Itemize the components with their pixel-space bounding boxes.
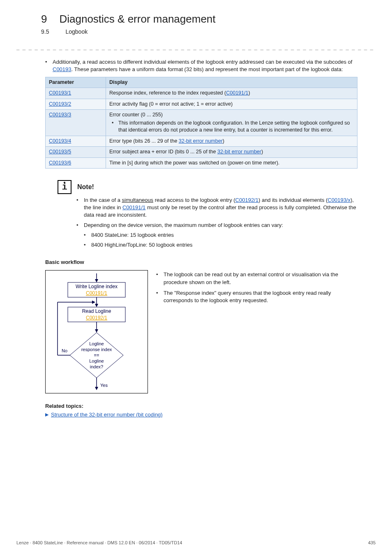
workflow-right-2-text: The "Response index" query ensures that …	[164, 289, 357, 304]
workflow-row: Write Logline index C00191/1 Read Loglin…	[45, 270, 357, 393]
wf-box2-l1: Read Logline	[82, 308, 111, 314]
note-bullet-2: • Depending on the device version, the m…	[76, 222, 357, 229]
wf-diamond-l5: index?	[90, 364, 103, 369]
svg-marker-15	[95, 387, 98, 390]
related-link-row: ▶ Structure of the 32-bit error number (…	[45, 411, 357, 419]
wf-yes-label: Yes	[100, 383, 108, 388]
cell-link[interactable]: 32-bit error number	[179, 138, 223, 144]
bullet-dot: •	[156, 271, 160, 286]
wf-diamond-l4: Logline	[89, 358, 104, 363]
bullet-dot: •	[112, 120, 116, 134]
workflow-right-1: • The logbook can be read out by an exte…	[156, 271, 357, 286]
param-link[interactable]: C00193/5	[49, 149, 71, 155]
table-row: C00193/6 Time in [s] during which the po…	[46, 157, 357, 169]
separator-dashes: _ _ _ _ _ _ _ _ _ _ _ _ _ _ _ _ _ _ _ _ …	[16, 44, 376, 51]
note-sub-2-text: 8400 HighLine/TopLine: 50 logbook entrie…	[91, 241, 192, 249]
bullet-dot: •	[45, 58, 49, 73]
related-link[interactable]: Structure of the 32-bit error number (bi…	[51, 411, 163, 419]
page-number: 435	[368, 540, 376, 546]
footer-left: Lenze · 8400 StateLine · Reference manua…	[16, 540, 182, 546]
note-sub-2: • 8400 HighLine/TopLine: 50 logbook entr…	[84, 241, 357, 249]
workflow-heading: Basic workflow	[45, 259, 357, 266]
svg-marker-10	[95, 329, 98, 333]
note-sub-1-text: 8400 StateLine: 15 logbook entries	[91, 231, 174, 239]
note-bullet-1: • In the case of a simultaneous read acc…	[76, 197, 357, 219]
svg-marker-7	[92, 301, 95, 304]
table-head-display: Display	[106, 77, 357, 88]
param-link[interactable]: C00193/2	[49, 101, 71, 107]
bullet-dot: •	[76, 222, 81, 229]
param-link[interactable]: C00193/6	[49, 160, 71, 166]
note-link-c00192[interactable]: C00192/1	[235, 197, 258, 203]
arrow-right-icon: ▶	[45, 412, 48, 418]
display-post: )	[223, 138, 224, 144]
table-row: C00193/1 Response index, reference to th…	[46, 88, 357, 99]
display-cell: Error type (bits 26 ... 29 of the 32-bit…	[106, 136, 357, 147]
page-footer: Lenze · 8400 StateLine · Reference manua…	[16, 540, 376, 546]
intro-bullet: • Additionally, a read access to differe…	[45, 58, 357, 73]
row3-line1: Error counter (0 ... 255)	[109, 111, 354, 119]
display-cell: Response index, reference to the index r…	[106, 88, 357, 99]
bullet-dot: •	[84, 241, 88, 249]
workflow-right-1-text: The logbook can be read out by an extern…	[164, 271, 357, 286]
table-row: C00193/3 Error counter (0 ... 255) • Thi…	[46, 110, 357, 136]
wf-diamond-l2: response index	[81, 347, 112, 352]
note-text-1: In the case of a simultaneous read acces…	[84, 197, 357, 219]
note-text-2: Depending on the device version, the max…	[84, 222, 283, 229]
table-row: C00193/2 Error activity flag (0 = error …	[46, 99, 357, 110]
page-header: 9 Diagnostics & error management 9.5 Log…	[0, 0, 392, 39]
param-link[interactable]: C00193/1	[49, 90, 71, 96]
link-c00193[interactable]: C00193	[53, 66, 71, 72]
workflow-text: • The logbook can be read out by an exte…	[156, 270, 357, 308]
intro-pre: Additionally, a read access to different…	[53, 59, 352, 65]
display-cell: Time in [s] during which the power was s…	[106, 157, 357, 169]
section-number: 9.5	[41, 28, 49, 36]
wf-no-label: No	[62, 348, 67, 353]
section-title: Logbook	[65, 28, 88, 36]
display-cell: Error counter (0 ... 255) • This informa…	[106, 110, 357, 136]
table-row: C00193/4 Error type (bits 26 ... 29 of t…	[46, 136, 357, 147]
note1-mid2: ) and its individual elements (	[258, 197, 327, 203]
note1-underline: simultaneous	[122, 197, 154, 203]
param-link[interactable]: C00193/3	[49, 112, 71, 118]
wf-box2-link: C00192/1	[86, 315, 107, 321]
parameter-table: Parameter Display C00193/1 Response inde…	[45, 77, 357, 169]
intro-text: Additionally, a read access to different…	[53, 58, 357, 73]
note-block: ● i Note! • In the case of a simultaneou…	[58, 180, 357, 249]
chapter-title: Diagnostics & error management	[59, 12, 215, 26]
note-link-c00191[interactable]: C00191/1	[122, 204, 145, 210]
row3-subbullet: • This information depends on the logboo…	[109, 120, 354, 134]
display-post: )	[261, 149, 263, 155]
bullet-dot: •	[84, 231, 88, 239]
table-head-parameter: Parameter	[46, 77, 106, 88]
note1-pre: In the case of a	[84, 197, 122, 203]
intro-post: . These parameters have a uniform data f…	[71, 66, 343, 72]
row3-subtext: This information depends on the logbook …	[118, 120, 354, 134]
wf-box1-link: C00191/1	[86, 290, 107, 296]
info-icon-glyph: i	[62, 184, 67, 191]
display-post: )	[248, 90, 250, 96]
table-row: C00193/5 Error subject area + error ID (…	[46, 147, 357, 158]
info-icon: ● i	[58, 180, 71, 194]
svg-marker-5	[95, 304, 98, 307]
bullet-dot: •	[76, 197, 81, 219]
display-pre: Error subject area + error ID (bits 0 ..…	[109, 149, 217, 155]
bullet-dot: •	[156, 289, 160, 304]
svg-marker-2	[95, 279, 98, 282]
note-sub-1: • 8400 StateLine: 15 logbook entries	[84, 231, 357, 239]
related-heading: Related topics:	[45, 402, 357, 410]
wf-box1-l1: Write Logline index	[76, 284, 118, 289]
workflow-right-2: • The "Response index" query ensures tha…	[156, 289, 357, 304]
cell-link[interactable]: C00191/1	[226, 90, 248, 96]
chapter-number: 9	[41, 12, 47, 26]
display-cell: Error subject area + error ID (bits 0 ..…	[106, 147, 357, 158]
workflow-diagram: Write Logline index C00191/1 Read Loglin…	[45, 270, 148, 393]
note-title: Note!	[77, 183, 94, 192]
note-link-c00193x[interactable]: C00193/x	[327, 197, 350, 203]
display-pre: Error type (bits 26 ... 29 of the	[109, 138, 179, 144]
cell-link[interactable]: 32-bit error number	[217, 149, 261, 155]
wf-diamond-l1: Logline	[89, 341, 104, 346]
param-link[interactable]: C00193/4	[49, 138, 71, 144]
display-cell: Error activity flag (0 = error not activ…	[106, 99, 357, 110]
page-content: • Additionally, a read access to differe…	[0, 58, 392, 419]
